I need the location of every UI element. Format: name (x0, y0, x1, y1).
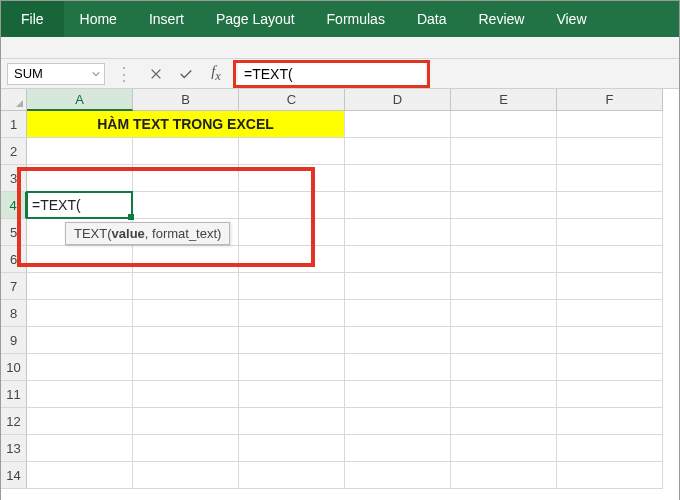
cell-A12[interactable] (27, 408, 133, 435)
tab-page-layout[interactable]: Page Layout (200, 1, 311, 37)
cell-B10[interactable] (133, 354, 239, 381)
cell-E5[interactable] (451, 219, 557, 246)
cell-F10[interactable] (557, 354, 663, 381)
cell-C6[interactable] (239, 246, 345, 273)
cell-A11[interactable] (27, 381, 133, 408)
tab-insert[interactable]: Insert (133, 1, 200, 37)
cell-A3[interactable] (27, 165, 133, 192)
cell-C12[interactable] (239, 408, 345, 435)
cell-B12[interactable] (133, 408, 239, 435)
fill-handle[interactable] (128, 214, 134, 220)
cell-A7[interactable] (27, 273, 133, 300)
cell-C3[interactable] (239, 165, 345, 192)
row-header-6[interactable]: 6 (1, 246, 27, 273)
cell-D8[interactable] (345, 300, 451, 327)
row-header-11[interactable]: 11 (1, 381, 27, 408)
function-tooltip[interactable]: TEXT(value, format_text) (65, 222, 230, 245)
row-header-12[interactable]: 12 (1, 408, 27, 435)
cell-D3[interactable] (345, 165, 451, 192)
select-all-corner[interactable] (1, 89, 27, 111)
cell-D4[interactable] (345, 192, 451, 219)
insert-function-button[interactable]: fx (203, 63, 229, 85)
cell-F8[interactable] (557, 300, 663, 327)
cancel-button[interactable] (143, 63, 169, 85)
cell-E8[interactable] (451, 300, 557, 327)
cell-A10[interactable] (27, 354, 133, 381)
cell-F1[interactable] (557, 111, 663, 138)
cell-B2[interactable] (133, 138, 239, 165)
cell-C7[interactable] (239, 273, 345, 300)
cell-A8[interactable] (27, 300, 133, 327)
cell-B9[interactable] (133, 327, 239, 354)
cell-A6[interactable] (27, 246, 133, 273)
cell-D14[interactable] (345, 462, 451, 489)
cell-E12[interactable] (451, 408, 557, 435)
enter-button[interactable] (173, 63, 199, 85)
cell-E3[interactable] (451, 165, 557, 192)
tab-data[interactable]: Data (401, 1, 463, 37)
tooltip-arg-active[interactable]: value (112, 226, 145, 241)
cell-E6[interactable] (451, 246, 557, 273)
cell-F6[interactable] (557, 246, 663, 273)
row-header-5[interactable]: 5 (1, 219, 27, 246)
cell-C4[interactable] (239, 192, 345, 219)
col-header-A[interactable]: A (27, 89, 133, 111)
row-header-3[interactable]: 3 (1, 165, 27, 192)
cell-A14[interactable] (27, 462, 133, 489)
cell-F4[interactable] (557, 192, 663, 219)
cell-D10[interactable] (345, 354, 451, 381)
cell-E11[interactable] (451, 381, 557, 408)
cell-E2[interactable] (451, 138, 557, 165)
cell-D6[interactable] (345, 246, 451, 273)
cell-F5[interactable] (557, 219, 663, 246)
row-header-2[interactable]: 2 (1, 138, 27, 165)
cell-B13[interactable] (133, 435, 239, 462)
cell-F12[interactable] (557, 408, 663, 435)
active-cell-editor[interactable]: =TEXT( (26, 191, 133, 219)
cell-B14[interactable] (133, 462, 239, 489)
row-header-9[interactable]: 9 (1, 327, 27, 354)
cell-B7[interactable] (133, 273, 239, 300)
cell-E13[interactable] (451, 435, 557, 462)
col-header-D[interactable]: D (345, 89, 451, 111)
cell-C9[interactable] (239, 327, 345, 354)
cell-F2[interactable] (557, 138, 663, 165)
cell-F3[interactable] (557, 165, 663, 192)
cell-D12[interactable] (345, 408, 451, 435)
cell-D9[interactable] (345, 327, 451, 354)
cell-B11[interactable] (133, 381, 239, 408)
cell-E4[interactable] (451, 192, 557, 219)
tab-view[interactable]: View (540, 1, 602, 37)
cell-E10[interactable] (451, 354, 557, 381)
name-box-dropdown[interactable] (88, 64, 104, 84)
cell-C8[interactable] (239, 300, 345, 327)
cell-C13[interactable] (239, 435, 345, 462)
cell-C2[interactable] (239, 138, 345, 165)
row-header-13[interactable]: 13 (1, 435, 27, 462)
row-header-4[interactable]: 4 (1, 192, 27, 219)
tab-home[interactable]: Home (64, 1, 133, 37)
cell-C14[interactable] (239, 462, 345, 489)
cell-D2[interactable] (345, 138, 451, 165)
name-box[interactable] (8, 64, 88, 84)
cell-F9[interactable] (557, 327, 663, 354)
col-header-E[interactable]: E (451, 89, 557, 111)
formula-input[interactable] (238, 63, 425, 85)
tab-file[interactable]: File (1, 1, 64, 37)
cell-F11[interactable] (557, 381, 663, 408)
cell-A1[interactable]: HÀM TEXT TRONG EXCEL (27, 111, 345, 138)
tab-formulas[interactable]: Formulas (311, 1, 401, 37)
col-header-C[interactable]: C (239, 89, 345, 111)
cell-B8[interactable] (133, 300, 239, 327)
row-header-8[interactable]: 8 (1, 300, 27, 327)
cell-F13[interactable] (557, 435, 663, 462)
cell-F7[interactable] (557, 273, 663, 300)
cell-B6[interactable] (133, 246, 239, 273)
cell-C11[interactable] (239, 381, 345, 408)
cell-D11[interactable] (345, 381, 451, 408)
tab-review[interactable]: Review (463, 1, 541, 37)
row-header-1[interactable]: 1 (1, 111, 27, 138)
cell-C5[interactable] (239, 219, 345, 246)
cell-F14[interactable] (557, 462, 663, 489)
row-header-14[interactable]: 14 (1, 462, 27, 489)
